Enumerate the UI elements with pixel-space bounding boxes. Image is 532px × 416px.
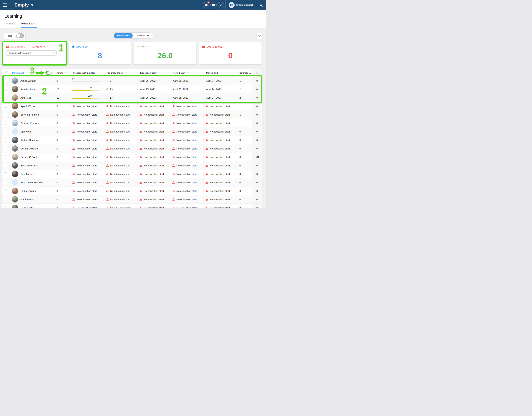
participant-name[interactable]: Ayoub Weiss [20,105,35,108]
table-row[interactable]: Unknown0No education startNo education s… [2,127,262,136]
no-education-label: No education start [176,173,197,175]
periodic-path-select[interactable]: Continuing Eductation [6,50,57,56]
table-row[interactable]: Alisha Weston00%✓0April 25, 2022April 25… [2,76,262,85]
table-row[interactable]: Gaufrid Busch0No education startNo educa… [2,195,262,204]
table-row[interactable]: Berend Friedrich0No education startNo ed… [2,110,262,119]
table-row[interactable]: Eckhard Brauer0No education startNo educ… [2,161,262,170]
search-button[interactable] [256,3,266,7]
filter-button[interactable]: Filter [4,33,26,39]
row-checkbox[interactable] [4,130,7,133]
column-header-select[interactable] [2,69,10,76]
warning-icon [172,105,175,107]
participant-name[interactable]: Corbin Delgado [20,147,38,150]
user-avatar[interactable]: ES [228,2,235,8]
cell-points: 0 [54,102,70,110]
column-header-participant[interactable]: Participant [10,69,54,76]
row-checkbox[interactable] [4,104,7,108]
table-row[interactable]: Emme Guthrie0No education startNo educat… [2,187,262,195]
cell-progress: No education start [70,170,104,178]
cell-period-start: No education start [170,195,203,204]
column-header-points[interactable]: Points [54,69,70,76]
column-header-progress-index[interactable]: Progress index [104,69,137,76]
segment-candidates[interactable]: CANDIDATES [133,33,152,38]
calendar-button[interactable] [210,2,217,8]
table-row[interactable]: Anders Hansen0No education startNo educa… [2,136,262,144]
no-education-label: No education start [144,147,164,150]
participant-name[interactable]: Bertram Krueger [20,122,39,124]
row-checkbox[interactable] [4,189,7,192]
table-row[interactable]: DerreckO Ford0No education startNo educa… [2,153,262,161]
warning-filter-toggle[interactable] [45,71,52,75]
cell-participant: DerreckO Ford [10,153,54,161]
participant-name[interactable]: Ella-Louise Sheridan [20,181,43,184]
avatar [12,111,18,118]
cell-education-start: No education start [137,127,170,136]
participant-name[interactable]: Gaufrid Busch [20,198,36,201]
participant-name[interactable]: Alisha Weston [20,79,36,82]
row-checkbox[interactable] [4,113,7,116]
column-header-period-end[interactable]: Period end [203,69,237,76]
column-header-education-start[interactable]: Education start [137,69,170,76]
participant-name[interactable]: DerreckO Ford [20,156,37,159]
table-row[interactable]: Corbin Delgado0No education startNo educ… [2,144,262,153]
segment-employees[interactable]: EMPLOYEES [114,33,133,38]
table-row[interactable]: Hans Fahlt0No education startNo educatio… [2,204,262,208]
warning-icon [72,105,75,107]
row-checkbox[interactable] [4,155,7,159]
column-header-progress-20-points[interactable]: Progress (20 points) [70,69,104,76]
participant-name[interactable]: Berend Friedrich [20,113,39,116]
hamburger-menu-icon[interactable] [0,0,10,10]
participant-name[interactable]: Anders Hansen [20,139,38,142]
row-checkbox[interactable] [4,139,7,142]
table-settings-button[interactable]: ⚙ [256,33,263,39]
participant-name[interactable]: Eckhard Brauer [20,164,38,167]
row-checkbox[interactable] [4,206,7,208]
cell-courses: 1 [237,110,253,119]
warning-icon [206,122,208,124]
participant-name[interactable]: Edie Mercer [20,173,34,175]
cell-cost: 0 [253,161,262,170]
scroll-right-chevron-icon[interactable]: > [257,154,259,160]
cell-courses: 0 [237,161,253,170]
table-row[interactable]: Astor Carl1365%✓13April 25, 2022April 25… [2,93,262,102]
no-education-label: No education start [110,113,131,116]
table-row[interactable]: Ella-Louise Sheridan0No education startN… [2,178,262,187]
row-checkbox[interactable] [4,172,7,175]
periodic-path-link[interactable]: PERIODIC PATH [31,46,48,48]
cell-select [2,127,10,136]
row-checkbox[interactable] [4,147,7,150]
progress-percent-label: 65% [88,86,92,89]
date-range-link[interactable]: DATE RANGE [10,46,25,48]
warning-icon [106,139,109,141]
filter-toggle[interactable] [15,33,25,38]
tasks-button[interactable] [218,2,224,8]
participant-name[interactable]: Anabia Hamer [20,88,36,91]
user-name[interactable]: Emply Support [236,4,253,6]
warning-icon [206,181,208,184]
row-checkbox[interactable] [4,88,7,91]
row-checkbox[interactable] [4,164,7,167]
table-row[interactable]: Edie Mercer0No education startNo educati… [2,170,262,178]
table-row[interactable]: Ayoub Weiss0No education startNo educati… [2,102,262,110]
avatar-placeholder [12,128,18,135]
row-checkbox[interactable] [4,198,7,201]
participant-name[interactable]: Unknown [20,130,31,133]
participant-name[interactable]: Hans Fahlt [20,207,33,208]
warning-icon [106,173,109,175]
participant-name[interactable]: Emme Guthrie [20,189,37,192]
select-all-checkbox[interactable] [5,71,8,74]
row-checkbox[interactable] [4,181,7,184]
row-checkbox[interactable] [4,96,7,99]
mail-button[interactable]: 1 [203,2,209,8]
tab-courses[interactable]: COURSES [4,23,15,28]
costs-card: COSTS (DKK) 0 [199,42,262,64]
table-row[interactable]: Anabia Hamer1365%✓13April 25, 2022April … [2,85,262,93]
row-checkbox[interactable] [4,122,7,124]
warning-icon [206,190,208,192]
row-checkbox[interactable] [4,79,7,82]
app-logo[interactable]: Emply [14,2,34,8]
table-row[interactable]: Bertram Krueger0No education startNo edu… [2,119,262,127]
participant-name[interactable]: Astor Carl [20,96,32,99]
tab-participants[interactable]: PARTICIPANTS [21,23,37,28]
column-header-period-start[interactable]: Period start [170,69,203,76]
